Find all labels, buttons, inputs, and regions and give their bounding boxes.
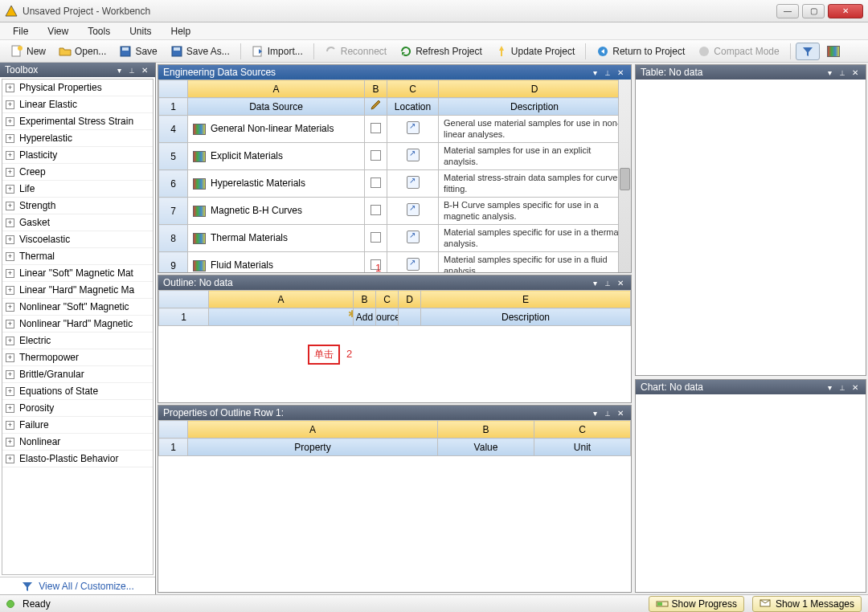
eds-cell-check[interactable] <box>365 225 387 252</box>
outline-dropdown[interactable]: ▾ <box>589 277 600 288</box>
toolbox-item[interactable]: +Physical Properties <box>2 80 153 96</box>
eds-close[interactable]: ✕ <box>615 67 626 78</box>
toolbox-item[interactable]: +Experimental Stress Strain <box>2 113 153 130</box>
location-icon[interactable] <box>407 176 420 189</box>
checkbox-icon[interactable] <box>371 123 381 133</box>
chart-dropdown[interactable]: ▾ <box>824 381 835 393</box>
expand-icon[interactable]: + <box>6 303 14 312</box>
expand-icon[interactable]: + <box>6 168 14 177</box>
location-icon[interactable] <box>407 203 420 216</box>
materials-button[interactable] <box>821 43 845 59</box>
table-close[interactable]: ✕ <box>850 67 861 78</box>
eds-cell-check[interactable] <box>365 116 387 143</box>
open-button[interactable]: Open... <box>53 43 112 60</box>
location-icon[interactable] <box>407 149 420 161</box>
eds-row-num[interactable]: 6 <box>159 170 188 198</box>
expand-icon[interactable]: + <box>6 235 14 244</box>
expand-icon[interactable]: + <box>6 421 14 430</box>
toolbox-item[interactable]: +Thermal <box>2 248 153 265</box>
menu-view[interactable]: View <box>43 24 73 39</box>
reconnect-button[interactable]: Reconnect <box>319 43 392 60</box>
eds-cell-location[interactable] <box>387 170 439 198</box>
outline-col-e[interactable]: E <box>421 291 631 308</box>
toolbox-list[interactable]: +Physical Properties+Linear Elastic+Expe… <box>2 79 154 575</box>
toolbox-item[interactable]: +Strength <box>2 198 153 214</box>
eds-cell-location[interactable] <box>387 252 439 273</box>
toolbox-item[interactable]: +Linear "Soft" Magnetic Mat <box>2 265 153 282</box>
toolbox-item[interactable]: +Creep <box>2 164 153 181</box>
toolbox-item[interactable]: +Viscoelastic <box>2 231 153 248</box>
eds-cell-location[interactable] <box>387 143 439 170</box>
eds-cell-name[interactable]: Explicit Materials <box>188 143 365 170</box>
toolbox-item[interactable]: +Porosity <box>2 400 153 417</box>
compact-button[interactable]: Compact Mode <box>692 43 784 60</box>
props-grid[interactable]: A B C 1 Property Value Unit <box>158 420 631 456</box>
outline-col-c[interactable]: C <box>376 291 399 308</box>
checkbox-icon[interactable] <box>371 205 381 215</box>
filter-button[interactable] <box>796 43 820 60</box>
toolbox-item[interactable]: +Nonlinear <box>2 434 153 451</box>
eds-row-num[interactable]: 4 <box>159 116 188 143</box>
eds-scrollbar[interactable] <box>618 80 631 272</box>
show-progress-button[interactable]: Show Progress <box>649 596 744 612</box>
eds-cell-check[interactable] <box>365 143 387 170</box>
expand-icon[interactable]: + <box>6 151 14 160</box>
outline-grid[interactable]: A B C D E 1 Add ource Description <box>158 290 631 326</box>
update-button[interactable]: Update Project <box>489 43 580 60</box>
expand-icon[interactable]: + <box>6 252 14 261</box>
checkbox-icon[interactable] <box>371 177 381 188</box>
eds-col-b[interactable]: B <box>365 80 387 98</box>
eds-grid[interactable]: A B C D 1 Data Source Location Descripti… <box>158 80 631 272</box>
toolbox-item[interactable]: +Brittle/Granular <box>2 366 153 383</box>
window-maximize-button[interactable]: ▢ <box>802 4 825 18</box>
saveas-button[interactable]: Save As... <box>165 43 235 60</box>
expand-icon[interactable]: + <box>6 100 14 109</box>
table-pin[interactable]: ⟂ <box>837 67 848 78</box>
expand-icon[interactable]: + <box>6 320 14 328</box>
expand-icon[interactable]: + <box>6 286 14 295</box>
outline-row-1[interactable]: 1 <box>159 308 209 326</box>
toolbox-item[interactable]: +Thermopower <box>2 349 153 366</box>
toolbox-item[interactable]: +Equations of State <box>2 383 153 400</box>
toolbox-item[interactable]: +Life <box>2 181 153 198</box>
expand-icon[interactable]: + <box>6 117 14 126</box>
show-messages-button[interactable]: Show 1 Messages <box>752 596 862 612</box>
window-close-button[interactable]: ✕ <box>828 4 863 18</box>
expand-icon[interactable]: + <box>6 404 14 413</box>
eds-cell-check[interactable] <box>365 198 387 225</box>
toolbox-item[interactable]: +Hyperelastic <box>2 130 153 147</box>
eds-col-a[interactable]: A <box>188 80 365 98</box>
eds-row-num[interactable]: 9 <box>159 252 188 273</box>
expand-icon[interactable]: + <box>6 218 14 227</box>
toolbox-item[interactable]: +Failure <box>2 417 153 434</box>
chart-pin[interactable]: ⟂ <box>837 381 848 393</box>
props-pin[interactable]: ⟂ <box>602 407 613 418</box>
eds-dropdown[interactable]: ▾ <box>589 67 600 78</box>
expand-icon[interactable]: + <box>6 455 14 463</box>
toolbox-item[interactable]: +Elasto-Plastic Behavior <box>2 451 153 467</box>
toolbox-close[interactable]: ✕ <box>139 64 150 75</box>
toolbox-item[interactable]: +Nonlinear "Soft" Magnetic <box>2 299 153 316</box>
expand-icon[interactable]: + <box>6 202 14 210</box>
save-button[interactable]: Save <box>113 43 162 60</box>
eds-col-d[interactable]: D <box>439 80 631 98</box>
expand-icon[interactable]: + <box>6 185 14 194</box>
toolbox-item[interactable]: +Electric <box>2 333 153 349</box>
outline-close[interactable]: ✕ <box>615 277 626 288</box>
toolbox-item[interactable]: +Gasket <box>2 214 153 231</box>
toolbox-dropdown[interactable]: ▾ <box>113 64 125 75</box>
menu-help[interactable]: Help <box>166 24 196 39</box>
eds-cell-location[interactable] <box>387 198 439 225</box>
expand-icon[interactable]: + <box>6 84 14 92</box>
toolbox-viewall[interactable]: View All / Customize... <box>0 577 155 594</box>
import-button[interactable]: Import... <box>246 43 309 60</box>
expand-icon[interactable]: + <box>6 387 14 396</box>
toolbox-item[interactable]: +Nonlinear "Hard" Magnetic <box>2 316 153 333</box>
toolbox-item[interactable]: +Linear "Hard" Magnetic Ma <box>2 282 153 299</box>
refresh-button[interactable]: Refresh Project <box>394 43 488 60</box>
outline-col-d[interactable]: D <box>399 291 421 308</box>
menu-tools[interactable]: Tools <box>83 24 115 39</box>
eds-row-1[interactable]: 1 <box>159 98 188 116</box>
new-button[interactable]: New <box>5 43 51 60</box>
outline-pin[interactable]: ⟂ <box>602 277 613 288</box>
